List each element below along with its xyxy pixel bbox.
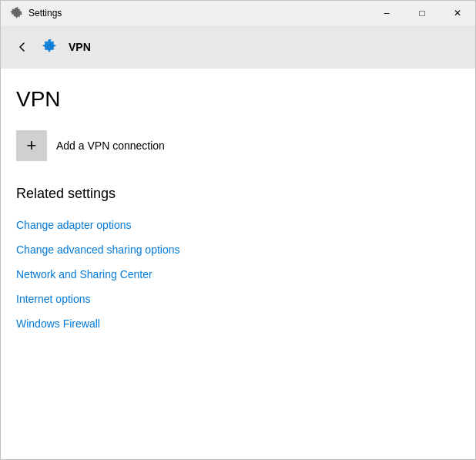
- settings-title-icon: [10, 7, 22, 19]
- related-link[interactable]: Windows Firewall: [16, 313, 460, 334]
- related-link[interactable]: Change advanced sharing options: [16, 239, 460, 260]
- back-button[interactable]: [13, 38, 32, 56]
- header-gear-icon: [41, 38, 59, 56]
- close-button[interactable]: ✕: [440, 1, 475, 25]
- title-bar-controls: – □ ✕: [369, 1, 475, 25]
- related-link[interactable]: Network and Sharing Center: [16, 264, 460, 285]
- maximize-button[interactable]: □: [404, 1, 440, 25]
- related-settings-title: Related settings: [16, 186, 460, 202]
- header-title: VPN: [69, 41, 91, 53]
- plus-box: +: [16, 130, 47, 161]
- window: Settings – □ ✕ VPN VPN + Add a VPN co: [0, 0, 476, 460]
- back-arrow-icon: [16, 41, 28, 53]
- related-link[interactable]: Internet options: [16, 288, 460, 310]
- title-bar-text: Settings: [28, 8, 62, 18]
- minimize-button[interactable]: –: [369, 1, 404, 25]
- header-area: VPN: [1, 25, 475, 69]
- page-title: VPN: [16, 87, 460, 112]
- plus-icon: +: [27, 137, 37, 154]
- add-vpn-button[interactable]: + Add a VPN connection: [16, 130, 165, 161]
- related-link[interactable]: Change adapter options: [16, 214, 460, 236]
- related-links: Change adapter optionsChange advanced sh…: [16, 214, 460, 334]
- add-vpn-label: Add a VPN connection: [56, 139, 165, 152]
- main-content: VPN + Add a VPN connection Related setti…: [1, 69, 475, 459]
- title-bar-left: Settings: [10, 7, 62, 19]
- title-bar: Settings – □ ✕: [1, 1, 475, 25]
